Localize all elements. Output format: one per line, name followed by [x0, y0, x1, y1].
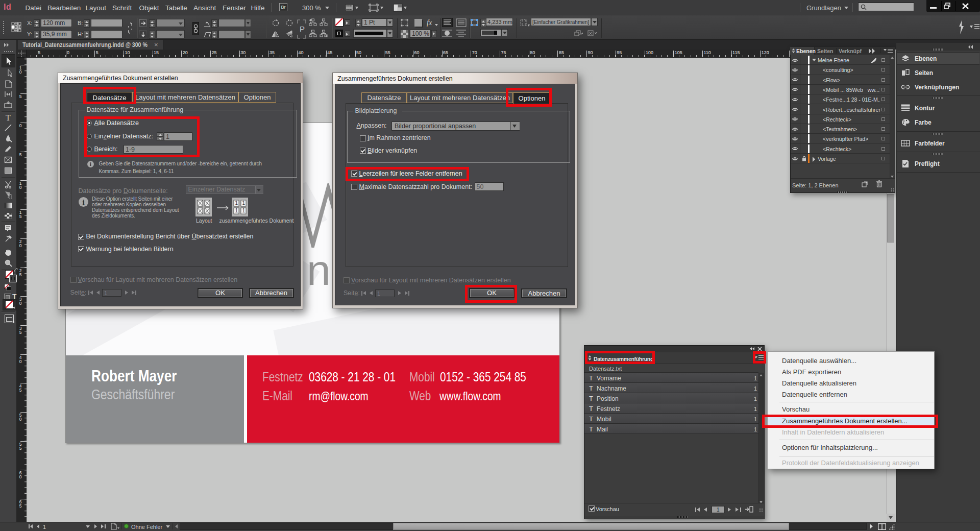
- svg-text:1: 1: [235, 208, 238, 213]
- svg-text:1: 1: [235, 200, 238, 206]
- svg-text:T: T: [6, 113, 11, 122]
- svg-text:1: 1: [242, 200, 246, 206]
- svg-text:1: 1: [242, 208, 246, 213]
